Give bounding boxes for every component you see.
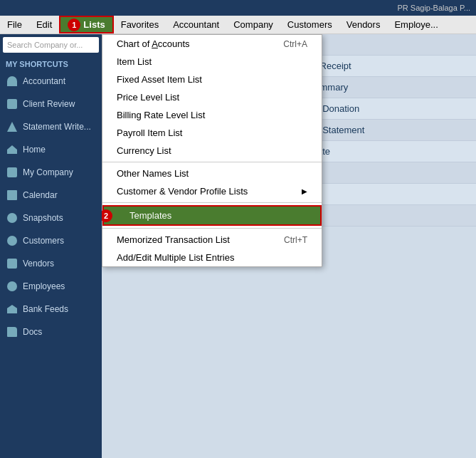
menu-customers-label: Customers <box>287 19 332 30</box>
sidebar-item-calendar[interactable]: Calendar <box>0 184 102 207</box>
pie-icon <box>6 212 18 224</box>
company-icon <box>6 166 18 179</box>
dropdown-item-chart-of-accounts-label: Chart of Accounts <box>117 38 190 49</box>
sidebar-item-snapshots[interactable]: Snapshots <box>0 207 102 229</box>
pen-icon <box>6 120 18 133</box>
top-bar: PR Sagip-Balaga P... <box>0 0 476 16</box>
dropdown-item-price-level-label: Price Level List <box>117 92 179 103</box>
menu-accountant[interactable]: Accountant <box>166 16 226 33</box>
dropdown-item-currency-list[interactable]: Currency List <box>102 142 322 160</box>
menu-vendors-label: Vendors <box>347 19 381 30</box>
sidebar-item-accountant-label: Accountant <box>23 76 65 86</box>
sidebar-section-my-shortcuts: My Shortcuts <box>0 56 102 70</box>
content-area: Return Receipt Custom Sales Receipt Dail… <box>102 34 476 458</box>
customers-icon <box>6 234 18 247</box>
dropdown-item-payroll-item-label: Payroll Item List <box>117 127 182 138</box>
employees-icon <box>6 280 18 293</box>
menu-favorites-label: Favorites <box>121 19 159 30</box>
sidebar-item-my-company-label: My Company <box>23 167 73 177</box>
calendar-icon <box>6 189 18 202</box>
sidebar-item-snapshots-label: Snapshots <box>23 213 63 223</box>
submenu-arrow-icon: ▶ <box>302 187 307 195</box>
sidebar-item-home[interactable]: Home <box>0 138 102 161</box>
person-icon <box>6 75 18 88</box>
menu-file-label: File <box>7 19 22 30</box>
menu-vendors[interactable]: Vendors <box>339 16 388 33</box>
sidebar-item-bank-feeds[interactable]: Bank Feeds <box>0 298 102 321</box>
dropdown-item-customer-vendor-profile-label: Customer & Vendor Profile Lists <box>117 186 248 197</box>
menu-employees-label: Employe... <box>394 19 438 30</box>
menu-company[interactable]: Company <box>226 16 280 33</box>
dropdown-item-add-edit-multiple[interactable]: Add/Edit Multiple List Entries <box>102 249 322 266</box>
user-text: PR Sagip-Balaga P... <box>397 4 470 12</box>
dropdown-item-chart-of-accounts[interactable]: Chart of Accounts Ctrl+A <box>102 35 322 53</box>
sidebar: Search Company or... My Shortcuts Accoun… <box>0 34 102 458</box>
dropdown-item-item-list[interactable]: Item List <box>102 53 322 71</box>
step-badge-1: 1 <box>68 19 80 31</box>
menu-accountant-label: Accountant <box>173 19 219 30</box>
dropdown-item-chart-of-accounts-shortcut: Ctrl+A <box>283 39 307 49</box>
dropdown-item-templates[interactable]: 2 Templates <box>102 205 322 226</box>
vendors-icon <box>6 257 18 270</box>
lists-dropdown-menu: Chart of Accounts Ctrl+A Item List Fixed… <box>102 34 322 267</box>
sidebar-item-employees-label: Employees <box>23 281 65 291</box>
home-icon <box>6 143 18 156</box>
search-bar[interactable]: Search Company or... <box>3 37 99 53</box>
sidebar-item-statement-writer[interactable]: Statement Write... <box>0 115 102 138</box>
dropdown-item-billing-rate-label: Billing Rate Level List <box>117 110 205 120</box>
search-placeholder: Search Company or... <box>7 41 83 49</box>
dropdown-item-payroll-item[interactable]: Payroll Item List <box>102 124 322 142</box>
dropdown-item-price-level[interactable]: Price Level List <box>102 88 322 106</box>
divider-2 <box>102 202 322 203</box>
docs-icon <box>6 326 18 338</box>
menu-edit[interactable]: Edit <box>29 16 59 33</box>
menu-lists[interactable]: 1 Lists <box>59 16 113 33</box>
sidebar-item-home-label: Home <box>23 145 46 155</box>
main-layout: Search Company or... My Shortcuts Accoun… <box>0 34 476 458</box>
dropdown-item-memorized-transaction-label: Memorized Transaction List <box>117 234 230 245</box>
bank-icon <box>6 303 18 316</box>
sidebar-item-accountant[interactable]: Accountant <box>0 70 102 93</box>
dropdown-item-add-edit-multiple-label: Add/Edit Multiple List Entries <box>117 252 234 263</box>
review-icon <box>6 98 18 110</box>
dropdown-item-billing-rate[interactable]: Billing Rate Level List <box>102 106 322 124</box>
sidebar-item-vendors-label: Vendors <box>23 259 54 269</box>
dropdown-item-memorized-transaction[interactable]: Memorized Transaction List Ctrl+T <box>102 231 322 249</box>
menu-lists-label: Lists <box>83 19 105 30</box>
dropdown-item-customer-vendor-profile[interactable]: Customer & Vendor Profile Lists ▶ <box>102 182 322 200</box>
menu-favorites[interactable]: Favorites <box>114 16 166 33</box>
sidebar-item-docs-label: Docs <box>23 327 42 337</box>
divider-3 <box>102 228 322 229</box>
menu-employees[interactable]: Employe... <box>387 16 445 33</box>
dropdown-item-fixed-asset[interactable]: Fixed Asset Item List <box>102 71 322 88</box>
dropdown-item-currency-list-label: Currency List <box>117 145 171 156</box>
dropdown-item-memorized-shortcut: Ctrl+T <box>284 235 307 245</box>
dropdown-item-other-names[interactable]: Other Names List <box>102 165 322 182</box>
dropdown-item-fixed-asset-label: Fixed Asset Item List <box>117 74 202 85</box>
menu-customers[interactable]: Customers <box>280 16 339 33</box>
sidebar-item-vendors[interactable]: Vendors <box>0 252 102 275</box>
sidebar-item-docs[interactable]: Docs <box>0 321 102 343</box>
dropdown-item-templates-label: Templates <box>129 210 171 221</box>
sidebar-item-employees[interactable]: Employees <box>0 275 102 298</box>
step-badge-2: 2 <box>102 209 112 222</box>
menu-bar: File Edit 1 Lists Favorites Accountant C… <box>0 16 476 34</box>
sidebar-item-client-review[interactable]: Client Review <box>0 93 102 115</box>
menu-edit-label: Edit <box>36 19 52 30</box>
divider-1 <box>102 162 322 162</box>
menu-file[interactable]: File <box>0 16 29 33</box>
sidebar-item-customers[interactable]: Customers <box>0 229 102 252</box>
dropdown-item-item-list-label: Item List <box>117 56 152 67</box>
sidebar-item-client-review-label: Client Review <box>23 99 75 109</box>
dropdown-item-other-names-label: Other Names List <box>117 168 189 179</box>
sidebar-item-calendar-label: Calendar <box>23 190 58 200</box>
sidebar-item-customers-label: Customers <box>23 236 64 246</box>
sidebar-item-statement-writer-label: Statement Write... <box>23 122 91 132</box>
menu-company-label: Company <box>233 19 273 30</box>
sidebar-item-my-company[interactable]: My Company <box>0 161 102 184</box>
sidebar-item-bank-feeds-label: Bank Feeds <box>23 304 68 314</box>
